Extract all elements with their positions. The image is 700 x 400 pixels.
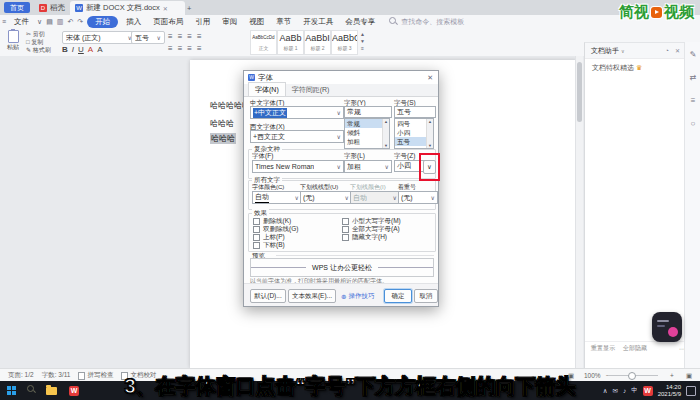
text-effects-button[interactable]: 文本效果(E)... [288,289,336,303]
size-option[interactable]: 四号 [395,119,427,128]
zoom-slider-knob[interactable] [628,372,636,380]
ribbon-tab-insert[interactable]: 插入 [120,17,147,27]
ribbon-tab-section[interactable]: 章节 [270,17,297,27]
ribbon-tab-layout[interactable]: 页面布局 [147,17,189,27]
tray-wps-icon[interactable]: W [643,386,653,396]
style-option[interactable]: 加粗 [345,137,383,146]
footer-left-link[interactable]: 重置显示 [591,344,615,353]
underline-style-combo[interactable]: (无) ∨ [300,191,352,204]
spellcheck-toggle[interactable]: 拼写检查 [78,371,113,380]
font-size-combo[interactable]: 五号 ∨ [131,31,165,44]
undo-icon[interactable]: ↶ [65,18,75,26]
ribbon-tab-home[interactable]: 开始 [87,16,118,28]
dialog-tab-font[interactable]: 字体(N) [248,82,286,96]
vertical-scrollbar[interactable] [575,56,583,368]
style-list[interactable]: 常规 倾斜 加粗 ▲ ▼ [344,118,390,149]
fullscreen-icon[interactable]: ▣ [686,372,692,380]
size-list[interactable]: 四号 小四 五号 ▲ ▼ [394,118,434,149]
tray-sound-icon[interactable]: ♪ [623,387,626,394]
zoom-level[interactable]: 100% [584,372,601,379]
scroll-up-icon[interactable]: ▲ [428,119,432,124]
size-option[interactable]: 小四 [395,128,427,137]
italic-button[interactable]: I [72,45,74,54]
assistant-widget[interactable] [652,312,682,342]
format-painter-button[interactable]: ✎ 格式刷 [26,46,51,54]
ribbon-tab-review[interactable]: 审阅 [216,17,243,27]
copy-button[interactable]: □ 复制 [26,38,51,46]
align-buttons[interactable]: ≡≡≡≡ [168,44,207,53]
dialog-close-icon[interactable]: ✕ [427,74,433,82]
wps-taskbar-icon[interactable]: W [69,386,79,396]
print-icon[interactable]: ▥ [55,18,66,26]
style-item-h3[interactable]: AaBbC 标题 3 [331,30,358,55]
edit-icon[interactable]: ✎ [690,50,697,59]
pane-close-icon[interactable]: ✕ [675,47,680,54]
scroll-down-icon[interactable]: ▼ [384,143,388,148]
size-edit[interactable]: 五号 [394,106,436,118]
checkbox-hidden-text[interactable]: 隐藏文字(H) [342,233,387,242]
outline-icon[interactable]: ≡ [691,96,696,105]
scroll-down-icon[interactable]: ▼ [428,143,432,148]
emphasis-combo[interactable]: (无) ∨ [398,191,438,204]
cut-button[interactable]: ✂ 剪切 [26,30,51,38]
highlight-color-button[interactable]: A [97,45,102,54]
font-color-combo[interactable]: 自动 ∨ [252,191,302,204]
default-button[interactable]: 默认(D)... [250,289,286,303]
command-search[interactable]: 查找命令、搜索模板 [389,17,464,27]
menu-icon[interactable]: ≡ [0,18,8,25]
style-list-scrollbar[interactable]: ▲ ▼ [382,119,389,148]
style-gallery-up-icon[interactable]: ▲ [360,31,365,38]
scroll-up-icon[interactable]: ▲ [384,119,388,124]
cancel-button[interactable]: 取消 [414,289,438,303]
list-buttons[interactable]: ≡≡≡≡ [168,32,207,41]
file-menu[interactable]: 文件 [8,17,35,27]
doc-paragraph-selected[interactable]: 哈哈哈 [210,133,236,144]
paste-button[interactable]: 粘贴 [4,30,22,52]
bell-icon[interactable]: ◔ [665,47,669,54]
input-method-indicator[interactable]: 中 [631,386,638,395]
ribbon-tab-member[interactable]: 会员专享 [339,17,381,27]
font-name-combo[interactable]: 宋体 (正文) ∨ [62,31,136,44]
promo-entry[interactable]: 文档特权精选 ♛ [592,63,642,73]
tab-close-icon[interactable]: ✕ [163,5,168,12]
save-icon[interactable]: ▤ [44,18,55,26]
dialog-tab-spacing[interactable]: 字符间距(R) [286,83,336,96]
tab-store[interactable]: D 稻壳 [34,1,70,15]
clock[interactable]: 14:20 2021/5/9 [658,384,681,398]
new-tab-button[interactable]: + [182,1,196,15]
taskbar-search-icon[interactable] [22,385,40,396]
complex-font-combo[interactable]: Times New Roman ∨ [252,160,344,173]
underline-button[interactable]: U [78,45,84,54]
west-font-combo[interactable]: +西文正文 ∨ [250,130,344,143]
cn-font-combo[interactable]: +中文正文 ∨ [250,106,344,119]
pane-caret-icon[interactable]: ∨ [621,48,625,54]
font-color-button[interactable]: A [88,45,93,54]
zoom-in-icon[interactable]: + [670,372,674,379]
style-option[interactable]: 倾斜 [345,128,383,137]
tips-link[interactable]: ⊕ 操作技巧 [341,292,374,301]
style-item-normal[interactable]: AaBbCcDd 正文 [250,30,277,55]
ribbon-tab-references[interactable]: 引用 [189,17,216,27]
size-list-scrollbar[interactable]: ▲ ▼ [426,119,433,148]
tab-document[interactable]: W 新建 DOCX 文档.docx ✕ [70,1,185,15]
ribbon-tab-view[interactable]: 视图 [243,17,270,27]
history-icon[interactable]: ○ [691,119,696,128]
style-item-h2[interactable]: AaBbI 标题 2 [304,30,331,55]
style-edit[interactable]: 常规 [344,106,392,118]
file-caret-icon[interactable]: ∨ [35,18,44,26]
style-gallery-down-icon[interactable]: ▼ [360,38,365,45]
tray-up-icon[interactable]: ∧ [603,387,608,395]
word-count[interactable]: 字数: 3/11 [42,371,71,380]
footer-right-link[interactable]: 全部隐藏 [623,344,647,353]
tray-mail-icon[interactable]: ✉ [612,387,617,395]
ribbon-tab-developer[interactable]: 开发工具 [297,17,339,27]
notification-center-icon[interactable] [686,386,696,396]
swap-icon[interactable]: ⇄ [690,73,697,82]
style-gallery-more-icon[interactable]: ≡ [360,45,365,52]
start-button[interactable] [7,386,16,395]
style-option[interactable]: 常规 [345,119,383,128]
doc-paragraph[interactable]: 哈哈哈 [210,118,234,129]
bold-button[interactable]: B [62,45,68,54]
checkbox-subscript[interactable]: 下标(B) [253,241,285,250]
scrollbar-thumb[interactable] [577,62,582,122]
